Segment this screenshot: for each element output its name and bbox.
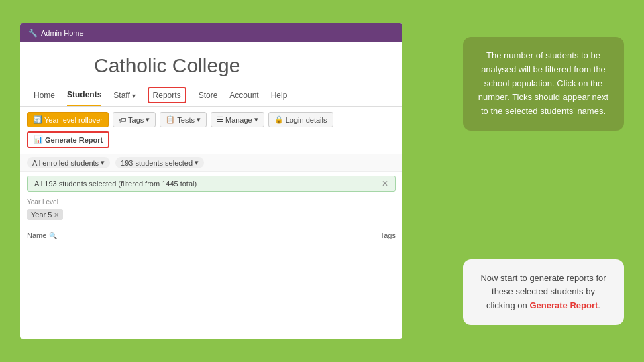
tags-button[interactable]: 🏷 Tags ▾ <box>113 112 156 127</box>
nav-staff[interactable]: Staff <box>113 85 135 105</box>
year-level-section: Year Level Year 5 ✕ <box>20 196 402 223</box>
year-level-label: Year Level <box>27 198 396 206</box>
year-tag[interactable]: Year 5 ✕ <box>27 209 63 220</box>
tags-dropdown-icon: ▾ <box>146 115 150 124</box>
tooltip-box-2: Now start to generate reports for these … <box>463 259 624 325</box>
nav-store[interactable]: Store <box>199 85 218 105</box>
enrolled-dropdown-icon: ▾ <box>101 158 105 167</box>
table-col-tags: Tags <box>342 231 396 239</box>
name-search-icon[interactable]: 🔍 <box>49 232 57 239</box>
filter-bar: All enrolled students ▾ 193 students sel… <box>20 154 402 172</box>
selection-text: All 193 students selected (filtered from… <box>34 180 197 188</box>
generate-report-button[interactable]: 📊 Generate Report <box>27 131 109 148</box>
outer-frame: 🔧 Admin Home Catholic College Home Stude… <box>0 0 644 362</box>
selection-bar: All 193 students selected (filtered from… <box>27 176 396 192</box>
manage-dropdown-icon: ▾ <box>254 115 258 124</box>
selected-dropdown-icon: ▾ <box>195 158 199 167</box>
selection-close-icon[interactable]: ✕ <box>382 179 388 188</box>
tests-icon: 📋 <box>166 115 175 124</box>
nav-account[interactable]: Account <box>229 85 258 105</box>
nav-students[interactable]: Students <box>67 84 101 106</box>
manage-icon: ☰ <box>217 115 223 124</box>
nav-bar: Home Students Staff Reports Store Accoun… <box>20 84 402 107</box>
year-level-rollover-button[interactable]: 🔄 Year level rollover <box>27 112 109 127</box>
tests-button[interactable]: 📋 Tests ▾ <box>160 112 207 127</box>
college-title: Catholic College <box>20 42 402 84</box>
enrolled-filter[interactable]: All enrolled students ▾ <box>27 157 110 168</box>
toolbar: 🔄 Year level rollover 🏷 Tags ▾ 📋 Tests ▾… <box>20 107 402 154</box>
tests-dropdown-icon: ▾ <box>197 115 201 124</box>
tags-icon: 🏷 <box>119 116 126 124</box>
main-content-panel: 🔧 Admin Home Catholic College Home Stude… <box>20 23 402 339</box>
nav-help[interactable]: Help <box>271 85 288 105</box>
year-tag-close-icon[interactable]: ✕ <box>54 211 59 219</box>
rollover-icon: 🔄 <box>33 115 42 124</box>
nav-home[interactable]: Home <box>34 85 55 105</box>
login-details-button[interactable]: 🔒 Login details <box>268 112 333 127</box>
nav-reports[interactable]: Reports <box>148 87 186 103</box>
admin-bar: 🔧 Admin Home <box>20 23 402 42</box>
chart-icon: 📊 <box>34 135 43 144</box>
admin-bar-label: Admin Home <box>41 29 84 37</box>
manage-button[interactable]: ☰ Manage ▾ <box>211 112 264 127</box>
tooltip-box-1: The number of students to be analysed wi… <box>463 37 624 131</box>
admin-icon: 🔧 <box>28 29 38 38</box>
selected-count-filter[interactable]: 193 students selected ▾ <box>115 157 204 168</box>
lock-icon: 🔒 <box>274 115 284 124</box>
table-header: Name 🔍 Tags <box>20 227 402 243</box>
generate-report-link[interactable]: Generate Report <box>529 300 598 310</box>
table-col-name: Name 🔍 <box>27 231 342 239</box>
